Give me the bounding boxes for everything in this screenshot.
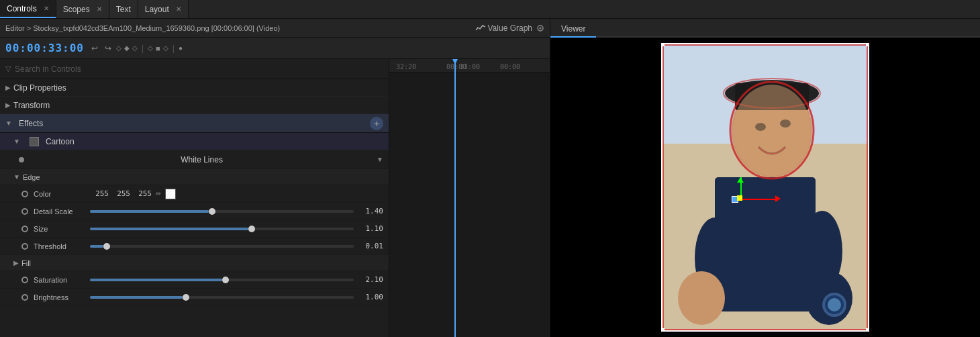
timeline-area[interactable]: 32:20 00:00 33:00 00:00 bbox=[389, 59, 550, 337]
gizmo-center[interactable] bbox=[737, 195, 742, 201]
svg-point-1 bbox=[540, 27, 542, 29]
timecode-bar: 00:00:33:00 ↩ ↪ ◇ ◆ ◇ | ◇ ■ ◇ | ● bbox=[0, 38, 550, 59]
settings-icon[interactable] bbox=[536, 24, 544, 32]
keyframe-all-icon[interactable]: ● bbox=[179, 44, 183, 52]
ruler-tick-4: 00:00 bbox=[500, 63, 520, 70]
brightness-fill bbox=[90, 296, 183, 299]
brightness-thumb[interactable] bbox=[183, 294, 189, 301]
color-r-value[interactable]: 255 bbox=[90, 189, 109, 198]
breadcrumb: Editor > Stocksy_txpfd042cd3EAm100_Mediu… bbox=[5, 24, 280, 32]
color-keyframe-dot[interactable] bbox=[21, 191, 28, 197]
cartoon-title: Cartoon bbox=[46, 137, 75, 146]
threshold-slider[interactable] bbox=[90, 245, 354, 248]
viewer-content bbox=[550, 38, 980, 337]
size-thumb[interactable] bbox=[248, 226, 255, 232]
add-effect-button[interactable]: + bbox=[370, 117, 383, 130]
clip-properties-chevron: ▶ bbox=[5, 84, 11, 91]
keyframe-center-icon[interactable]: ◆ bbox=[124, 44, 130, 52]
tab-controls[interactable]: Controls ✕ bbox=[0, 0, 56, 18]
search-bar: ▽ bbox=[0, 59, 389, 79]
keyframe-next-icon[interactable]: ◇ bbox=[163, 44, 168, 52]
size-slider[interactable] bbox=[90, 228, 354, 230]
color-g-value[interactable]: 255 bbox=[111, 189, 130, 198]
threshold-property-row: Threshold 0.01 bbox=[0, 238, 389, 255]
detail-scale-keyframe-dot[interactable] bbox=[21, 208, 28, 215]
transform-gizmo[interactable] bbox=[732, 177, 785, 218]
tab-layout-close[interactable]: ✕ bbox=[176, 5, 181, 13]
gizmo-arrowhead-x bbox=[775, 195, 781, 202]
gizmo-axis-x bbox=[738, 199, 775, 200]
size-value[interactable]: 1.10 bbox=[356, 224, 383, 233]
color-label: Color bbox=[34, 190, 87, 198]
brightness-slider[interactable] bbox=[90, 296, 354, 299]
undo-button[interactable]: ↩ bbox=[89, 43, 100, 54]
handle-bl[interactable] bbox=[661, 328, 665, 332]
saturation-keyframe-dot[interactable] bbox=[21, 277, 28, 283]
brightness-keyframe-dot[interactable] bbox=[21, 294, 28, 301]
right-panel: Viewer bbox=[550, 19, 980, 337]
timecode-display[interactable]: 00:00:33:00 bbox=[5, 42, 84, 54]
saturation-value[interactable]: 2.10 bbox=[356, 275, 383, 284]
color-swatch[interactable] bbox=[165, 189, 176, 199]
stop-icon[interactable]: ■ bbox=[156, 44, 160, 52]
handle-br[interactable] bbox=[866, 328, 869, 332]
handle-tl[interactable] bbox=[661, 43, 665, 46]
fill-chevron: ▶ bbox=[13, 259, 19, 267]
video-frame bbox=[661, 43, 869, 332]
brightness-label: Brightness bbox=[34, 293, 87, 301]
saturation-property-row: Saturation 2.10 bbox=[0, 271, 389, 289]
threshold-fill bbox=[90, 245, 103, 248]
search-input[interactable] bbox=[15, 64, 383, 74]
edge-chevron: ▼ bbox=[13, 173, 20, 181]
tab-text[interactable]: Text bbox=[109, 0, 138, 18]
cartoon-header[interactable]: ▼ Cartoon bbox=[0, 133, 389, 150]
cartoon-chevron: ▼ bbox=[13, 138, 20, 145]
value-graph-icon bbox=[476, 25, 485, 32]
threshold-value[interactable]: 0.01 bbox=[356, 242, 383, 250]
tab-controls-close[interactable]: ✕ bbox=[44, 5, 49, 12]
keyframe-left-icon[interactable]: ◇ bbox=[116, 44, 121, 52]
size-property-row: Size 1.10 bbox=[0, 220, 389, 238]
timeline-playhead[interactable] bbox=[454, 59, 456, 337]
left-panel: Editor > Stocksy_txpfd042cd3EAm100_Mediu… bbox=[0, 19, 550, 337]
detail-scale-slider[interactable] bbox=[90, 210, 354, 213]
detail-scale-label: Detail Scale bbox=[34, 207, 87, 215]
threshold-thumb[interactable] bbox=[103, 243, 110, 250]
timeline-ruler[interactable]: 32:20 00:00 33:00 00:00 bbox=[389, 59, 550, 73]
clip-properties-title: Clip Properties bbox=[13, 83, 66, 93]
viewer-tab[interactable]: Viewer bbox=[550, 21, 596, 38]
timecode-controls: ↩ ↪ ◇ ◆ ◇ | ◇ ■ ◇ | ● bbox=[89, 43, 183, 54]
detail-scale-thumb[interactable] bbox=[209, 208, 215, 215]
color-b-value[interactable]: 255 bbox=[133, 189, 152, 198]
transform-section[interactable]: ▶ Transform bbox=[0, 97, 389, 114]
saturation-fill bbox=[90, 279, 222, 281]
svg-point-20 bbox=[828, 298, 841, 311]
tab-layout[interactable]: Layout ✕ bbox=[138, 0, 189, 18]
transform-title: Transform bbox=[13, 101, 50, 110]
white-lines-dropdown[interactable]: ▼ bbox=[377, 156, 383, 163]
edge-section[interactable]: ▼ Edge bbox=[0, 169, 389, 185]
size-fill bbox=[90, 228, 248, 230]
handle-tr[interactable] bbox=[866, 43, 869, 46]
redo-button[interactable]: ↪ bbox=[103, 43, 113, 54]
detail-scale-value[interactable]: 1.40 bbox=[356, 207, 383, 215]
size-keyframe-dot[interactable] bbox=[21, 226, 28, 232]
tab-scopes[interactable]: Scopes ✕ bbox=[56, 0, 109, 18]
saturation-thumb[interactable] bbox=[222, 277, 229, 283]
keyframe-right-icon[interactable]: ◇ bbox=[132, 44, 138, 52]
threshold-keyframe-dot[interactable] bbox=[21, 243, 28, 250]
detail-scale-fill bbox=[90, 210, 209, 213]
size-label: Size bbox=[34, 225, 87, 233]
brightness-value[interactable]: 1.00 bbox=[356, 293, 383, 301]
fill-section[interactable]: ▶ Fill bbox=[0, 255, 389, 271]
clip-properties-section[interactable]: ▶ Clip Properties bbox=[0, 79, 389, 97]
effects-chevron[interactable]: ▼ bbox=[5, 119, 12, 127]
tab-scopes-close[interactable]: ✕ bbox=[97, 5, 102, 13]
search-icon: ▽ bbox=[5, 64, 11, 73]
keyframe-prev-icon[interactable]: ◇ bbox=[148, 44, 153, 52]
eyedropper-icon[interactable]: ✏ bbox=[156, 190, 161, 197]
cartoon-checkbox[interactable] bbox=[30, 137, 39, 146]
separator-2: | bbox=[173, 44, 175, 53]
value-graph-button[interactable]: Value Graph bbox=[476, 23, 533, 33]
saturation-slider[interactable] bbox=[90, 279, 354, 281]
